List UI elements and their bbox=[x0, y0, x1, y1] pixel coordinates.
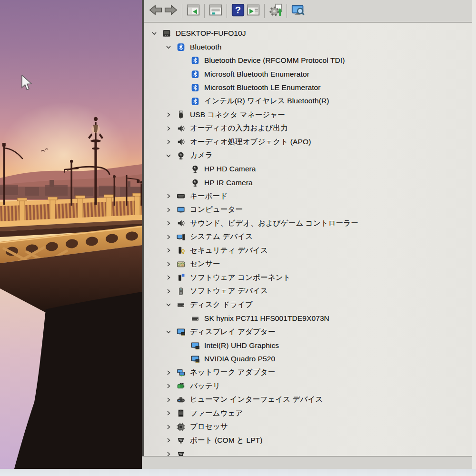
tree-item-category-hid[interactable]: ヒューマン インターフェイス デバイス bbox=[144, 393, 472, 407]
properties-icon bbox=[209, 3, 222, 19]
computerblue-icon bbox=[177, 206, 185, 214]
back-arrow-icon bbox=[149, 3, 162, 19]
tree-item-device-hp-hd-camera[interactable]: HP HD Camera bbox=[144, 162, 472, 176]
audio-icon bbox=[177, 219, 185, 228]
tree-item-category-processors[interactable]: プロセッサ bbox=[144, 420, 472, 434]
help-button[interactable]: ? bbox=[230, 3, 246, 19]
tree-item-label: ポート (COM と LPT) bbox=[190, 436, 262, 446]
properties-button[interactable] bbox=[208, 3, 223, 19]
tree-item-label: ネットワーク アダプター bbox=[190, 367, 275, 377]
chevron-down-icon[interactable] bbox=[164, 300, 173, 309]
tree-item-category-sensors[interactable]: センサー bbox=[144, 258, 472, 271]
tree-item-label: センサー bbox=[190, 259, 220, 269]
tree-item-label: Bluetooth Device (RFCOMM Protocol TDI) bbox=[204, 56, 345, 65]
forward-button[interactable] bbox=[163, 3, 178, 19]
chevron-right-icon[interactable] bbox=[164, 396, 173, 404]
chevron-down-icon[interactable] bbox=[164, 327, 173, 336]
tree-item-label: バッテリ bbox=[190, 381, 220, 391]
tree-item-label: Bluetooth bbox=[190, 43, 221, 51]
tree-item-category-keyboard[interactable]: キーボード bbox=[144, 189, 472, 203]
tree-item-device-nvidia-quadro[interactable]: NVIDIA Quadro P520 bbox=[144, 352, 472, 366]
tree-item-label: HP HD Camera bbox=[204, 165, 256, 173]
tree-item-category-usb-connector[interactable]: USB コネクタ マネージャー bbox=[144, 108, 472, 122]
tree-item-category-next-partial[interactable] bbox=[144, 447, 472, 456]
tree-item-category-system-devices[interactable]: システム デバイス bbox=[144, 230, 472, 244]
tree-item-category-audio-apo[interactable]: オーディオ処理オブジェクト (APO) bbox=[144, 135, 472, 149]
tree-item-device-bluetooth-rfcomm[interactable]: Bluetooth Device (RFCOMM Protocol TDI) bbox=[144, 54, 472, 68]
tree-item-device-ms-bt-le-enumerator[interactable]: Microsoft Bluetooth LE Enumerator bbox=[144, 81, 472, 95]
tree-item-category-computer[interactable]: コンピューター bbox=[144, 203, 472, 217]
chevron-right-icon[interactable] bbox=[164, 273, 173, 282]
sensor-icon bbox=[177, 260, 185, 268]
chevron-right-icon[interactable] bbox=[164, 287, 173, 296]
chevron-right-icon[interactable] bbox=[164, 450, 173, 456]
chevron-right-icon[interactable] bbox=[164, 382, 173, 390]
tree-item-category-sound-video-game[interactable]: サウンド、ビデオ、およびゲーム コントローラー bbox=[144, 217, 472, 230]
tree-item-category-sw-components[interactable]: ソフトウェア コンポーネント bbox=[144, 271, 472, 285]
processor-icon bbox=[177, 423, 185, 431]
display-icon bbox=[191, 355, 199, 363]
chevron-right-icon[interactable] bbox=[164, 124, 173, 133]
tree-item-computer-root[interactable]: DESKTOP-FUFO10J bbox=[144, 27, 472, 40]
tree-item-device-sk-hynix[interactable]: SK hynix PC711 HFS001TDE9X073N bbox=[144, 312, 472, 326]
tree-item-category-disk-drives[interactable]: ディスク ドライブ bbox=[144, 298, 472, 312]
tree-item-category-bluetooth[interactable]: Bluetooth bbox=[144, 40, 472, 54]
chevron-down-icon[interactable] bbox=[164, 151, 173, 160]
chevron-down-icon[interactable] bbox=[150, 29, 159, 38]
device-manager-window: ? DESKTOP-FUFO10JBluetoothBluetooth Devi… bbox=[142, 0, 472, 456]
toolbar: ? bbox=[144, 0, 472, 22]
computer-icon bbox=[162, 29, 171, 38]
tree-item-category-firmware[interactable]: ファームウェア bbox=[144, 407, 472, 420]
tree-item-label: ソフトウェア コンポーネント bbox=[190, 273, 291, 283]
help-icon: ? bbox=[231, 3, 245, 19]
usb-icon bbox=[177, 110, 185, 119]
chevron-right-icon[interactable] bbox=[164, 219, 173, 228]
toolbar-separator bbox=[287, 4, 287, 18]
tree-item-category-battery[interactable]: バッテリ bbox=[144, 379, 472, 393]
tree-item-category-ports[interactable]: ポート (COM と LPT) bbox=[144, 434, 472, 447]
tree-item-label: ディスク ドライブ bbox=[190, 300, 253, 310]
network-icon bbox=[177, 368, 185, 377]
tree-item-device-ms-bt-enumerator[interactable]: Microsoft Bluetooth Enumerator bbox=[144, 68, 472, 81]
tree-item-category-display-adapters[interactable]: ディスプレイ アダプター bbox=[144, 325, 472, 339]
security-icon bbox=[177, 246, 185, 255]
camera-icon bbox=[191, 165, 199, 173]
chevron-right-icon[interactable] bbox=[164, 206, 173, 214]
tree-item-label: NVIDIA Quadro P520 bbox=[204, 355, 275, 363]
search-computer-button[interactable] bbox=[290, 3, 306, 19]
tree-item-category-audio-io[interactable]: オーディオの入力および出力 bbox=[144, 122, 472, 136]
chevron-right-icon[interactable] bbox=[164, 192, 173, 200]
tree-item-category-sw-devices[interactable]: ソフトウェア デバイス bbox=[144, 285, 472, 298]
camera-icon bbox=[191, 178, 199, 187]
console-tree-icon bbox=[187, 3, 200, 19]
tree-item-label: システム デバイス bbox=[190, 232, 253, 242]
screen-bezel-right bbox=[472, 0, 476, 469]
chevron-right-icon[interactable] bbox=[164, 409, 173, 417]
back-button[interactable] bbox=[148, 3, 163, 19]
chevron-right-icon[interactable] bbox=[164, 423, 173, 431]
tree-item-device-intel-uhd[interactable]: Intel(R) UHD Graphics bbox=[144, 339, 472, 353]
action-pane-toggle-button[interactable] bbox=[246, 3, 261, 19]
console-tree-toggle-button[interactable] bbox=[186, 3, 201, 19]
tree-item-label: SK hynix PC711 HFS001TDE9X073N bbox=[204, 314, 329, 323]
toolbar-separator bbox=[182, 4, 182, 18]
chevron-right-icon[interactable] bbox=[164, 436, 173, 445]
chevron-right-icon[interactable] bbox=[164, 138, 173, 146]
tree-item-device-intel-wireless-bt[interactable]: インテル(R) ワイヤレス Bluetooth(R) bbox=[144, 95, 472, 109]
search-computer-icon bbox=[291, 3, 305, 19]
tree-item-category-camera[interactable]: カメラ bbox=[144, 149, 472, 163]
tree-item-label: USB コネクタ マネージャー bbox=[190, 110, 285, 120]
tree-item-device-hp-ir-camera[interactable]: HP IR Camera bbox=[144, 176, 472, 190]
tree-item-label: キーボード bbox=[190, 191, 228, 201]
chevron-right-icon[interactable] bbox=[164, 110, 173, 119]
tree-item-label: ソフトウェア デバイス bbox=[190, 286, 268, 296]
chevron-right-icon[interactable] bbox=[164, 260, 173, 268]
tree-item-category-network-adapters[interactable]: ネットワーク アダプター bbox=[144, 366, 472, 380]
tree-item-category-security-devices[interactable]: セキュリティ デバイス bbox=[144, 244, 472, 258]
keyboard-icon bbox=[177, 192, 185, 200]
chevron-right-icon[interactable] bbox=[164, 233, 173, 241]
chevron-right-icon[interactable] bbox=[164, 246, 173, 255]
chevron-down-icon[interactable] bbox=[164, 43, 173, 51]
chevron-right-icon[interactable] bbox=[164, 368, 173, 377]
scan-hardware-changes-button[interactable] bbox=[268, 3, 283, 19]
